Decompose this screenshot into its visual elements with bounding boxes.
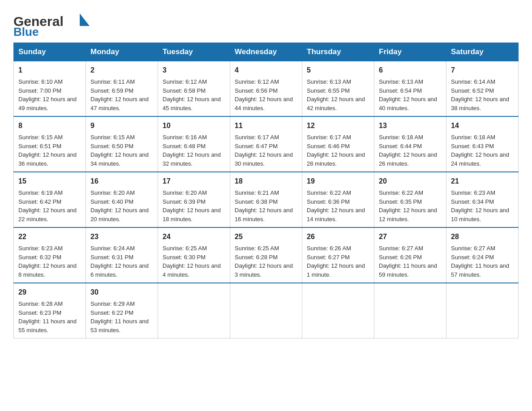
daylight-text: Daylight: 12 hours and 6 minutes. (90, 262, 149, 278)
sunset-text: Sunset: 6:55 PM (307, 87, 350, 94)
daylight-text: Daylight: 12 hours and 30 minutes. (235, 151, 293, 167)
sunrise-text: Sunrise: 6:18 AM (379, 134, 423, 141)
sunset-text: Sunset: 6:28 PM (235, 254, 278, 261)
sunset-text: Sunset: 6:34 PM (451, 198, 494, 205)
sunrise-text: Sunrise: 6:16 AM (163, 134, 207, 141)
sunset-text: Sunset: 6:38 PM (235, 198, 278, 205)
calendar-cell (374, 283, 446, 338)
calendar-cell: 29Sunrise: 6:28 AMSunset: 6:23 PMDayligh… (14, 283, 86, 338)
daylight-text: Daylight: 12 hours and 49 minutes. (18, 96, 77, 111)
daylight-text: Daylight: 11 hours and 57 minutes. (451, 262, 509, 278)
sunset-text: Sunset: 6:43 PM (451, 143, 494, 150)
calendar-cell: 18Sunrise: 6:21 AMSunset: 6:38 PMDayligh… (230, 172, 302, 227)
calendar-cell: 26Sunrise: 6:26 AMSunset: 6:27 PMDayligh… (302, 227, 374, 283)
sunset-text: Sunset: 6:36 PM (307, 198, 350, 205)
sunrise-text: Sunrise: 6:22 AM (379, 189, 423, 196)
sunset-text: Sunset: 6:58 PM (163, 87, 206, 94)
day-number: 2 (90, 65, 153, 76)
sunrise-text: Sunrise: 6:25 AM (163, 245, 207, 252)
sunrise-text: Sunrise: 6:17 AM (235, 134, 279, 141)
daylight-text: Daylight: 12 hours and 34 minutes. (90, 151, 149, 167)
weekday-header-row: SundayMondayTuesdayWednesdayThursdayFrid… (14, 43, 519, 61)
calendar-cell: 17Sunrise: 6:20 AMSunset: 6:39 PMDayligh… (158, 172, 230, 227)
weekday-header-wednesday: Wednesday (230, 43, 302, 61)
weekday-header-thursday: Thursday (302, 43, 374, 61)
day-number: 12 (307, 120, 369, 131)
daylight-text: Daylight: 12 hours and 22 minutes. (18, 207, 77, 223)
daylight-text: Daylight: 12 hours and 45 minutes. (163, 96, 221, 111)
calendar-cell: 24Sunrise: 6:25 AMSunset: 6:30 PMDayligh… (158, 227, 230, 283)
daylight-text: Daylight: 12 hours and 1 minute. (307, 262, 365, 278)
calendar-cell: 8Sunrise: 6:15 AMSunset: 6:51 PMDaylight… (14, 116, 86, 172)
sunset-text: Sunset: 6:56 PM (235, 87, 278, 94)
calendar-cell: 6Sunrise: 6:13 AMSunset: 6:54 PMDaylight… (374, 61, 446, 117)
sunset-text: Sunset: 6:54 PM (379, 87, 422, 94)
sunset-text: Sunset: 6:42 PM (18, 198, 61, 205)
daylight-text: Daylight: 11 hours and 59 minutes. (379, 262, 437, 278)
sunset-text: Sunset: 6:47 PM (235, 143, 278, 150)
daylight-text: Daylight: 12 hours and 47 minutes. (90, 96, 149, 111)
calendar-cell: 12Sunrise: 6:17 AMSunset: 6:46 PMDayligh… (302, 116, 374, 172)
day-number: 8 (18, 120, 81, 131)
calendar-cell: 4Sunrise: 6:12 AMSunset: 6:56 PMDaylight… (230, 61, 302, 117)
sunrise-text: Sunrise: 6:12 AM (235, 78, 279, 85)
svg-marker-1 (80, 13, 90, 26)
calendar-cell: 16Sunrise: 6:20 AMSunset: 6:40 PMDayligh… (86, 172, 158, 227)
sunrise-text: Sunrise: 6:13 AM (307, 78, 351, 85)
sunset-text: Sunset: 6:32 PM (18, 254, 61, 261)
daylight-text: Daylight: 12 hours and 3 minutes. (235, 262, 293, 278)
weekday-header-sunday: Sunday (14, 43, 86, 61)
calendar-cell: 13Sunrise: 6:18 AMSunset: 6:44 PMDayligh… (374, 116, 446, 172)
calendar-cell: 15Sunrise: 6:19 AMSunset: 6:42 PMDayligh… (14, 172, 86, 227)
day-number: 6 (379, 65, 442, 76)
sunrise-text: Sunrise: 6:11 AM (90, 78, 135, 85)
sunrise-text: Sunrise: 6:12 AM (163, 78, 207, 85)
calendar-cell (446, 283, 519, 338)
daylight-text: Daylight: 12 hours and 4 minutes. (163, 262, 221, 278)
daylight-text: Daylight: 12 hours and 10 minutes. (451, 207, 509, 223)
daylight-text: Daylight: 12 hours and 44 minutes. (235, 96, 293, 111)
week-row-3: 15Sunrise: 6:19 AMSunset: 6:42 PMDayligh… (14, 172, 519, 227)
sunset-text: Sunset: 7:00 PM (18, 87, 61, 94)
day-number: 3 (163, 65, 225, 76)
daylight-text: Daylight: 12 hours and 40 minutes. (379, 96, 437, 111)
day-number: 14 (451, 120, 514, 131)
daylight-text: Daylight: 11 hours and 55 minutes. (18, 318, 77, 334)
calendar-cell: 14Sunrise: 6:18 AMSunset: 6:43 PMDayligh… (446, 116, 519, 172)
sunrise-text: Sunrise: 6:20 AM (90, 189, 135, 196)
sunset-text: Sunset: 6:48 PM (163, 143, 206, 150)
calendar-cell: 1Sunrise: 6:10 AMSunset: 7:00 PMDaylight… (14, 61, 86, 117)
calendar-cell: 19Sunrise: 6:22 AMSunset: 6:36 PMDayligh… (302, 172, 374, 227)
sunset-text: Sunset: 6:23 PM (18, 309, 61, 316)
day-number: 11 (235, 120, 297, 131)
daylight-text: Daylight: 12 hours and 20 minutes. (90, 207, 149, 223)
sunrise-text: Sunrise: 6:21 AM (235, 189, 279, 196)
sunrise-text: Sunrise: 6:17 AM (307, 134, 351, 141)
day-number: 24 (163, 231, 225, 242)
sunrise-text: Sunrise: 6:22 AM (307, 189, 351, 196)
day-number: 10 (163, 120, 225, 131)
calendar-cell: 28Sunrise: 6:27 AMSunset: 6:24 PMDayligh… (446, 227, 519, 283)
calendar-cell: 5Sunrise: 6:13 AMSunset: 6:55 PMDaylight… (302, 61, 374, 117)
week-row-1: 1Sunrise: 6:10 AMSunset: 7:00 PMDaylight… (14, 61, 519, 117)
calendar-cell (302, 283, 374, 338)
sunset-text: Sunset: 6:24 PM (451, 254, 494, 261)
day-number: 29 (18, 287, 81, 298)
weekday-header-saturday: Saturday (446, 43, 519, 61)
sunset-text: Sunset: 6:31 PM (90, 254, 133, 261)
daylight-text: Daylight: 12 hours and 36 minutes. (18, 151, 77, 167)
daylight-text: Daylight: 12 hours and 24 minutes. (451, 151, 509, 167)
day-number: 27 (379, 231, 442, 242)
calendar-cell (158, 283, 230, 338)
day-number: 23 (90, 231, 153, 242)
day-number: 25 (235, 231, 297, 242)
sunset-text: Sunset: 6:52 PM (451, 87, 494, 94)
daylight-text: Daylight: 12 hours and 14 minutes. (307, 207, 365, 223)
calendar-cell: 27Sunrise: 6:27 AMSunset: 6:26 PMDayligh… (374, 227, 446, 283)
week-row-4: 22Sunrise: 6:23 AMSunset: 6:32 PMDayligh… (14, 227, 519, 283)
logo-svg: General Blue (13, 9, 90, 38)
sunrise-text: Sunrise: 6:18 AM (451, 134, 495, 141)
day-number: 1 (18, 65, 81, 76)
day-number: 5 (307, 65, 369, 76)
sunset-text: Sunset: 6:40 PM (90, 198, 133, 205)
